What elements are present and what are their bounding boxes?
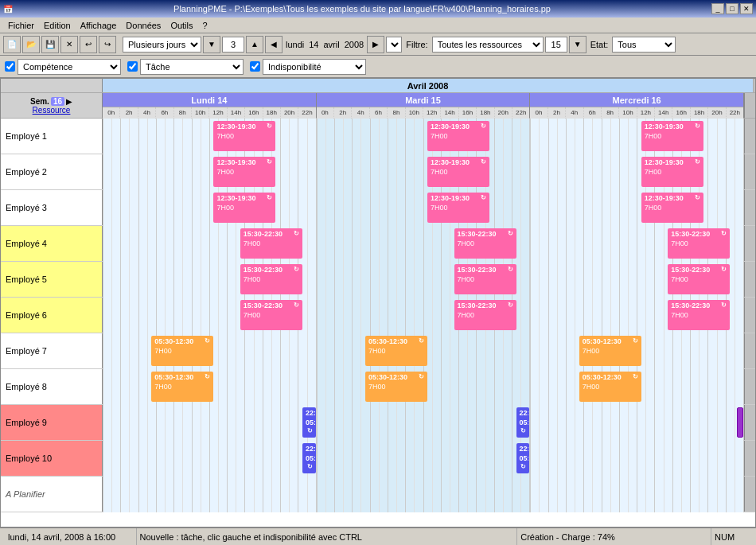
menu-affichage[interactable]: Affichage — [76, 21, 122, 30]
sched-block-7-1[interactable]: 05:30-12:30 ↻7H00 — [365, 372, 427, 402]
date-select[interactable] — [386, 37, 402, 53]
save-button[interactable]: 💾 — [41, 36, 59, 53]
day-col-9-1[interactable]: 22:30-05:30 ↻7H00 — [317, 441, 531, 477]
sched-block-2-2[interactable]: 12:30-19:30 ↻7H00 — [641, 193, 703, 223]
grid-body[interactable]: Employé 112:30-19:30 ↻7H0012:30-19:30 ↻7… — [1, 119, 755, 527]
day-col-9-2[interactable] — [530, 441, 744, 477]
sched-block-3-1[interactable]: 15:30-22:30 ↻7H00 — [454, 228, 516, 259]
tache-checkbox[interactable] — [127, 61, 138, 72]
day-col-0-2[interactable]: 12:30-19:30 ↻7H00 — [530, 119, 744, 154]
day-col-10-1[interactable] — [317, 477, 531, 512]
day-col-3-0[interactable]: 15:30-22:30 ↻7H00 — [103, 226, 317, 262]
day-col-7-1[interactable]: 05:30-12:30 ↻7H00 — [317, 369, 531, 405]
sched-block-4-0[interactable]: 15:30-22:30 ↻7H00 — [240, 264, 302, 294]
day-col-4-2[interactable]: 15:30-22:30 ↻7H00 — [530, 262, 744, 298]
days-up-button[interactable]: ▲ — [246, 36, 263, 53]
day-col-7-2[interactable]: 05:30-12:30 ↻7H00 — [530, 369, 744, 405]
day-col-3-1[interactable]: 15:30-22:30 ↻7H00 — [317, 226, 531, 262]
sched-block-7-2[interactable]: 05:30-12:30 ↻7H00 — [579, 372, 641, 402]
days-input[interactable] — [222, 37, 244, 53]
day-col-6-2[interactable]: 05:30-12:30 ↻7H00 — [530, 333, 744, 369]
day-col-3-2[interactable]: 15:30-22:30 ↻7H00 — [530, 226, 744, 262]
day-col-1-0[interactable]: 12:30-19:30 ↻7H00 — [103, 154, 317, 190]
indispo-checkbox[interactable] — [250, 61, 260, 72]
sched-block-0-0[interactable]: 12:30-19:30 ↻7H00 — [213, 121, 275, 151]
sched-block-5-0[interactable]: 15:30-22:30 ↻7H00 — [240, 300, 302, 330]
minimize-button[interactable]: _ — [711, 3, 724, 14]
day-col-10-2[interactable] — [530, 477, 744, 512]
competence-checkbox[interactable] — [5, 61, 15, 72]
sched-block-0-2[interactable]: 12:30-19:30 ↻7H00 — [641, 121, 703, 151]
day-col-2-1[interactable]: 12:30-19:30 ↻7H00 — [317, 190, 531, 226]
next-date-button[interactable]: ▶ — [367, 36, 384, 53]
sched-block-4-2[interactable]: 15:30-22:30 ↻7H00 — [668, 264, 730, 294]
week-arrow-icon[interactable]: ▶ — [66, 97, 72, 106]
day-header-0: Lundi 14 0h 2h 4h 6h 8h 10h 12h 14h 16h … — [103, 93, 317, 118]
redo-button[interactable]: ↪ — [99, 36, 116, 53]
h0-10: 20h — [281, 107, 298, 119]
resource-header-link[interactable]: Ressource — [33, 106, 71, 115]
maximize-button[interactable]: □ — [726, 3, 738, 14]
day-col-6-0[interactable]: 05:30-12:30 ↻7H00 — [103, 333, 317, 369]
num-input[interactable] — [545, 37, 567, 53]
sched-block-3-2[interactable]: 15:30-22:30 ↻7H00 — [668, 228, 730, 259]
day-col-5-2[interactable]: 15:30-22:30 ↻7H00 — [530, 298, 744, 333]
day-col-7-0[interactable]: 05:30-12:30 ↻7H00 — [103, 369, 317, 405]
day-col-1-1[interactable]: 12:30-19:30 ↻7H00 — [317, 154, 531, 190]
tache-select[interactable]: Tâche — [140, 59, 244, 75]
view-select[interactable]: Plusieurs jours — [123, 37, 201, 53]
day-col-10-0[interactable] — [103, 477, 317, 512]
menu-outils[interactable]: Outils — [166, 21, 197, 30]
prev-date-button[interactable]: ◀ — [265, 36, 283, 53]
day-col-6-1[interactable]: 05:30-12:30 ↻7H00 — [317, 333, 531, 369]
sched-block-0-1[interactable]: 12:30-19:30 ↻7H00 — [427, 121, 489, 151]
sched-block-1-2[interactable]: 12:30-19:30 ↻7H00 — [641, 157, 703, 187]
sched-block-3-0[interactable]: 15:30-22:30 ↻7H00 — [240, 228, 302, 259]
sched-block-1-1[interactable]: 12:30-19:30 ↻7H00 — [427, 157, 489, 187]
new-button[interactable]: 📄 — [3, 36, 21, 53]
day-col-8-0[interactable]: 22:30-05:30 ↻7H00 — [103, 405, 317, 441]
close-button[interactable]: ✕ — [740, 3, 753, 14]
menu-donnees[interactable]: Données — [121, 21, 166, 30]
day-col-0-1[interactable]: 12:30-19:30 ↻7H00 — [317, 119, 531, 154]
indispo-select[interactable]: Indisponibilité — [263, 59, 366, 75]
sched-block-2-0[interactable]: 12:30-19:30 ↻7H00 — [213, 193, 275, 223]
row-scroll-0 — [744, 119, 755, 154]
sched-block-1-0[interactable]: 12:30-19:30 ↻7H00 — [213, 157, 275, 187]
sched-block-7-0[interactable]: 05:30-12:30 ↻7H00 — [151, 372, 213, 402]
etat-select[interactable]: Tous — [612, 37, 676, 53]
sched-block-5-1[interactable]: 15:30-22:30 ↻7H00 — [454, 300, 516, 330]
sched-block-9-0[interactable]: 22:30-05:30 ↻7H00 — [302, 443, 316, 473]
sched-block-8-0[interactable]: 22:30-05:30 ↻7H00 — [302, 407, 316, 438]
day-col-8-1[interactable]: 22:30-05:30 ↻7H00 — [317, 405, 531, 441]
day-col-4-0[interactable]: 15:30-22:30 ↻7H00 — [103, 262, 317, 298]
menu-edition[interactable]: Edition — [39, 21, 76, 30]
day-col-9-0[interactable]: 22:30-05:30 ↻7H00 — [103, 441, 317, 477]
menu-fichier[interactable]: Fichier — [3, 21, 39, 30]
sched-block-special[interactable] — [737, 407, 743, 438]
day-col-5-1[interactable]: 15:30-22:30 ↻7H00 — [317, 298, 531, 333]
day-col-4-1[interactable]: 15:30-22:30 ↻7H00 — [317, 262, 531, 298]
sched-block-6-1[interactable]: 05:30-12:30 ↻7H00 — [365, 336, 427, 366]
sched-block-5-2[interactable]: 15:30-22:30 ↻7H00 — [668, 300, 730, 330]
open-button[interactable]: 📂 — [22, 36, 40, 53]
day-col-0-0[interactable]: 12:30-19:30 ↻7H00 — [103, 119, 317, 154]
day-col-1-2[interactable]: 12:30-19:30 ↻7H00 — [530, 154, 744, 190]
days-down-button[interactable]: ▼ — [203, 36, 220, 53]
sched-block-8-1[interactable]: 22:30-05:30 ↻7H00 — [516, 407, 530, 438]
menu-help[interactable]: ? — [198, 21, 212, 30]
filter-select[interactable]: Toutes les ressources — [432, 37, 544, 53]
sched-block-4-1[interactable]: 15:30-22:30 ↻7H00 — [454, 264, 516, 294]
day-col-2-0[interactable]: 12:30-19:30 ↻7H00 — [103, 190, 317, 226]
day-col-8-2[interactable] — [530, 405, 744, 441]
sched-block-2-1[interactable]: 12:30-19:30 ↻7H00 — [427, 193, 489, 223]
sched-block-6-2[interactable]: 05:30-12:30 ↻7H00 — [579, 336, 641, 366]
day-col-2-2[interactable]: 12:30-19:30 ↻7H00 — [530, 190, 744, 226]
day-col-5-0[interactable]: 15:30-22:30 ↻7H00 — [103, 298, 317, 333]
competence-select[interactable]: Compétence — [18, 59, 121, 75]
undo-button[interactable]: ↩ — [80, 36, 97, 53]
sched-block-9-1[interactable]: 22:30-05:30 ↻7H00 — [516, 443, 530, 473]
delete-button[interactable]: ✕ — [60, 36, 78, 53]
num-down[interactable]: ▼ — [569, 36, 586, 53]
sched-block-6-0[interactable]: 05:30-12:30 ↻7H00 — [151, 336, 213, 366]
